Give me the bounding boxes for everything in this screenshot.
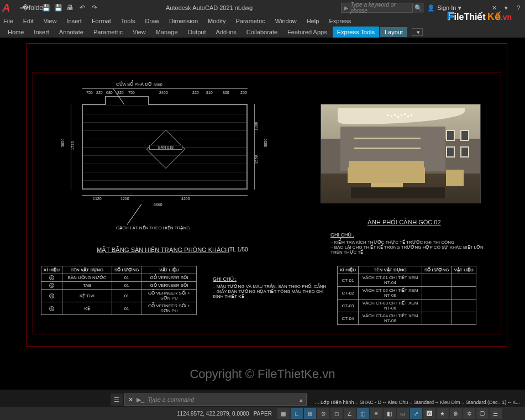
search-button-icon[interactable]: 🔍 [413, 3, 424, 13]
anno-icon[interactable]: 🅰 [423, 408, 435, 419]
menu-edit[interactable]: Edit [23, 18, 34, 24]
command-line[interactable]: ✕ ▶_ Type a command ▴ [124, 393, 307, 406]
command-input[interactable]: Type a command [148, 396, 300, 403]
save-icon[interactable]: 💾 [41, 3, 51, 13]
menu-tools[interactable]: Tools [121, 18, 135, 24]
table-row: CT-03VÁCH CT-03 CHI TIẾT XEM NT-08 [338, 300, 476, 312]
layer-status-text: ... Lớp Hiện hành = SHAC - D -- Kieu Chu… [315, 400, 521, 405]
table-row: CT-01VÁCH CT-01 CHI TIẾT XEM NT-04 [338, 274, 476, 287]
menu-parametric[interactable]: Parametric [235, 18, 265, 24]
tab-collaborate[interactable]: Collaborate [242, 29, 282, 35]
render-title: ẢNH PHỐI CẢNH GÓC 02 [368, 219, 441, 226]
ribbon-tabs: Home Insert Annotate Parametric View Man… [0, 27, 525, 38]
user-icon: 👤 [427, 4, 435, 12]
menu-dimension[interactable]: Dimension [169, 18, 198, 24]
undo-icon[interactable]: ↶ [77, 3, 87, 13]
table-row: ②TAB01GỖ VERNEER SỒI [41, 282, 197, 290]
tab-view[interactable]: View [128, 29, 150, 35]
dim-value: 6860 [154, 83, 162, 87]
tab-annotate[interactable]: Annotate [55, 29, 88, 35]
tab-express-tools[interactable]: Express Tools [333, 27, 379, 38]
autocad-logo-icon: A [2, 2, 14, 14]
units-icon[interactable]: ★ [437, 408, 449, 419]
drawing-title: MẶT BẰNG SÀN HIỆN TRẠNG PHÒNG KHÁCH [97, 246, 229, 254]
ribbon-dropdown-icon[interactable]: ▾ [412, 28, 423, 36]
notes-right: GHI CHÚ : – KIỂM TRA KÍCH THƯỚC THỰC TẾ … [330, 232, 496, 255]
osnap-icon[interactable]: ◻ [330, 408, 343, 419]
customize-icon[interactable]: ☰ [490, 408, 502, 419]
plot-icon[interactable]: 🖶 [65, 3, 75, 13]
search-input[interactable]: ▶Type a keyword or phrase [341, 3, 413, 13]
transparency-icon[interactable]: ◧ [384, 408, 396, 419]
status-toggles: ▦ ∟ ⊞ ⊙ ◻ ∠ ◫ ≡ ◧ ▭ ⤢ 🅰 ★ ⚙ ✲ 🖵 ☰ [277, 408, 502, 419]
schedule-table-left: KÍ HIỆUTÊN VẬT DỤNGSỐ LƯỢNGVẬT LIỆU ①BÀN… [41, 266, 197, 315]
table-row: ①BÀN UỐNG NƯỚC01GỖ VERNEER SỒI [41, 274, 197, 282]
menu-format[interactable]: Format [92, 18, 111, 24]
menu-view[interactable]: View [44, 18, 57, 24]
floor-plan: BÀN 018 6860 750 225 680 225 750 2400 22… [76, 94, 253, 199]
redo-icon[interactable]: ↷ [90, 3, 99, 13]
paper-label[interactable]: PAPER [254, 411, 272, 417]
menu-insert[interactable]: Insert [66, 18, 82, 24]
menu-window[interactable]: Window [275, 18, 297, 24]
snap-icon[interactable]: ∟ [291, 408, 303, 419]
leader-tile: GẠCH LÁT NỀN THEO HIỆN TRẠNG [116, 225, 190, 230]
drawing-canvas[interactable]: BÀN 018 6860 750 225 680 225 750 2400 22… [0, 38, 525, 390]
table-row: CT-02VÁCH CT-02 CHI TIẾT XEM NT-06 [338, 287, 476, 300]
monitor-icon[interactable]: 🖵 [476, 408, 489, 419]
menu-draw[interactable]: Draw [145, 18, 159, 24]
dim-line [82, 88, 248, 89]
lineweight-icon[interactable]: ≡ [370, 408, 382, 419]
scale-icon[interactable]: ⤢ [410, 408, 422, 419]
status-bar: 1124.9572, 422.2879, 0.0000 PAPER ▦ ∟ ⊞ … [0, 407, 525, 420]
tab-output[interactable]: Output [183, 29, 211, 35]
menu-modify[interactable]: Modify [208, 18, 225, 24]
render-preview [321, 104, 481, 203]
schedule-table-right: KÍ HIỆUTÊN VẬT DỤNGSỐ LƯỢNGVẬT LIỆU CT-0… [337, 266, 476, 325]
menu-file[interactable]: File [3, 18, 13, 24]
menu-express[interactable]: Express [329, 18, 351, 24]
chevron-up-icon[interactable]: ▴ [300, 396, 303, 403]
center-label: BÀN 018 [149, 145, 182, 150]
room-outline: BÀN 018 [82, 104, 248, 190]
tab-parametric[interactable]: Parametric [89, 29, 127, 35]
3dosnap-icon[interactable]: ∠ [344, 408, 356, 419]
ortho-icon[interactable]: ⊞ [304, 408, 316, 419]
otrack-icon[interactable]: ◫ [357, 408, 369, 419]
gear-icon[interactable]: ⚙ [450, 408, 462, 419]
workspace-icon[interactable]: ✲ [463, 408, 475, 419]
open-icon[interactable]: �folder [29, 3, 39, 13]
table-row: ④KỆ01GỖ VERNEER SỒI + SƠN PU [41, 302, 197, 315]
tab-manage[interactable]: Manage [151, 29, 182, 35]
cmd-history-icon[interactable]: ☰ [111, 393, 123, 406]
title-bar: A ▫ �folder 💾 💾 🖶 ↶ ↷ Autodesk AutoCAD 2… [0, 0, 525, 15]
selection-icon[interactable]: ▭ [397, 408, 409, 419]
menu-bar: File Edit View Insert Format Tools Draw … [0, 15, 525, 27]
watermark-logo: FileThiết Kế.vn [447, 10, 512, 23]
close-icon[interactable]: ✕ [128, 396, 133, 403]
tab-addins[interactable]: Add-ins [212, 29, 241, 35]
prompt-icon: ▶_ [136, 396, 144, 403]
tab-featured-apps[interactable]: Featured Apps [283, 29, 332, 35]
saveas-icon[interactable]: 💾 [53, 3, 63, 13]
tab-home[interactable]: Home [3, 29, 28, 35]
coords-readout: 1124.9572, 422.2879, 0.0000 [177, 411, 249, 417]
table-row: ③KỆ TIVI01GỖ VERNEER SỒI + SƠN PU [41, 290, 197, 302]
app-title: Autodesk AutoCAD 2021 nt.dwg [166, 4, 253, 11]
menu-help[interactable]: Help [307, 18, 319, 24]
polar-icon[interactable]: ⊙ [317, 408, 329, 419]
tab-insert[interactable]: Insert [29, 29, 54, 35]
drawing-scale: TL 1/50 [229, 246, 248, 253]
grid-icon[interactable]: ▦ [277, 408, 290, 419]
notes-mid: GHI CHÚ : – MÀU TƯỜNG VÀ MÀU TRẦN, SÀN T… [213, 276, 334, 299]
tab-layout[interactable]: Layout [380, 27, 407, 37]
help-icon[interactable]: ? [514, 3, 523, 12]
leader-window: CỬA SỔ PHÁ DỠ [116, 82, 152, 87]
table-row: CT-04VÁCH CT-04 CHI TIẾT XEM NT-08 [338, 312, 476, 325]
